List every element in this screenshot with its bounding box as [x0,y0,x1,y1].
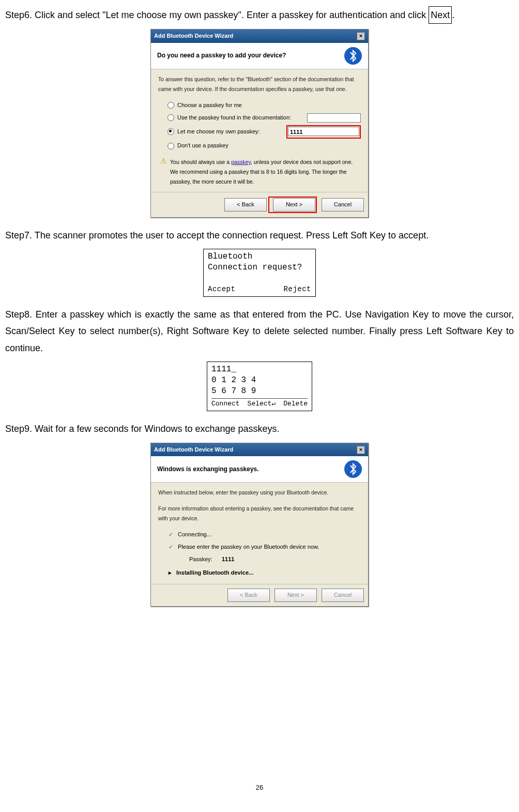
back-button[interactable]: < Back [224,198,267,212]
softkey-delete[interactable]: Delete [283,400,308,409]
radio-label-2: Use the passkey found in the documentati… [177,113,304,123]
back-button: < Back [227,589,270,602]
cancel-button: Cancel [322,589,364,602]
wizard-tip: You should always use a passkey, unless … [170,157,361,187]
wizard-heading: Do you need a passkey to add your device… [157,50,286,62]
radio-label-3: Let me choose my own passkey: [177,127,283,137]
radio-no-passkey[interactable]: Don't use a passkey [167,141,361,151]
scanner-lcd-passkey: 1111_ 0 1 2 3 4 5 6 7 8 9 Connect Select… [207,362,312,411]
next-boxed: Next [429,6,452,24]
passkey-input[interactable]: 1111 [288,127,359,136]
lcd-line-1: Bluetooth [208,251,311,262]
step6-line1: Step6. Click and select "Let me choose m… [5,10,426,20]
status-enter-passkey: ✓ Please enter the passkey on your Bluet… [169,542,361,552]
period: . [452,10,454,20]
softkey-select[interactable]: Select↵ [248,400,276,409]
step8-text: Step8. Enter a passkey which is exactly … [5,306,514,356]
radio-choose-for-me[interactable]: Choose a passkey for me [167,100,361,111]
check-icon: ✓ [169,531,173,537]
radio-icon [167,114,174,121]
radio-label-1: Choose a passkey for me [177,100,242,111]
wizard-info: ⚠ You should always use a passkey, unles… [160,157,361,187]
lcd-line-1: 1111_ [211,364,308,375]
wizard-titlebar: Add Bluetooth Device Wizard × [151,29,368,43]
wizard-titlebar: Add Bluetooth Device Wizard × [151,443,368,457]
close-icon[interactable]: × [357,446,365,454]
wizard-heading: Windows is exchanging passkeys. [157,464,259,475]
radio-doc-passkey[interactable]: Use the passkey found in the documentati… [167,113,361,123]
bluetooth-wizard-passkey: Add Bluetooth Device Wizard × Do you nee… [150,29,369,217]
wizard-header: Windows is exchanging passkeys. [151,456,368,483]
passkey-link[interactable]: passkey [231,159,251,165]
step6-text: Step6. Click and select "Let me choose m… [5,6,514,24]
note-1: When instructed below, enter the passkey… [158,488,361,498]
wizard-title: Add Bluetooth Device Wizard [154,31,233,41]
doc-passkey-input[interactable] [307,113,361,123]
wizard-body: When instructed below, enter the passkey… [151,483,368,584]
arrow-icon: ▸ [169,569,172,576]
wizard-note: To answer this question, refer to the "B… [158,74,361,94]
lcd-softkeys: Connect Select↵ Delete [211,398,308,409]
radio-label-4: Don't use a passkey [177,141,228,151]
wizard-title: Add Bluetooth Device Wizard [154,445,233,455]
bluetooth-icon [344,47,362,65]
wizard-footer: < Back Next > Cancel [151,584,368,606]
passkey-display: Passkey: 1111 [189,554,361,565]
lcd-line-2: 0 1 2 3 4 [211,375,308,386]
wizard-footer: < Back Next > Cancel [151,192,368,217]
status-connecting: ✓ Connecting... [169,530,361,540]
status-installing: ▸ Installing Bluetooth device... [169,568,361,578]
passkey-highlight: 1111 [286,125,361,139]
close-icon[interactable]: × [357,32,365,40]
wizard-body: To answer this question, refer to the "B… [151,69,368,192]
lcd-line-2: Connection request? [208,262,311,273]
softkey-reject[interactable]: Reject [284,284,311,294]
lcd-line-3: 5 6 7 8 9 [211,386,308,397]
cancel-button[interactable]: Cancel [322,198,364,212]
check-icon: ✓ [169,544,173,550]
softkey-connect[interactable]: Connect [211,400,240,409]
scanner-lcd-connection: Bluetooth Connection request? Accept Rej… [203,249,316,297]
radio-own-passkey[interactable]: Let me choose my own passkey: 1111 [167,125,361,139]
bluetooth-wizard-exchange: Add Bluetooth Device Wizard × Windows is… [150,443,369,607]
passkey-value: 1111 [222,556,234,562]
lcd-softkeys: Accept Reject [208,284,311,294]
note-2: For more information about entering a pa… [158,504,361,523]
bluetooth-icon [344,460,362,478]
next-button[interactable]: Next > [273,198,315,212]
page-number: 26 [5,781,514,793]
next-button: Next > [274,589,317,602]
radio-icon [167,102,174,109]
radio-icon [167,143,174,149]
radio-icon-selected [167,128,174,135]
wizard-header: Do you need a passkey to add your device… [151,43,368,69]
next-highlight: Next > [268,197,317,213]
step9-text: Step9. Wait for a few seconds for Window… [5,420,514,437]
info-icon: ⚠ [160,157,167,187]
softkey-accept[interactable]: Accept [208,284,235,294]
step7-text: Step7. The scanner promotes the user to … [5,227,514,244]
